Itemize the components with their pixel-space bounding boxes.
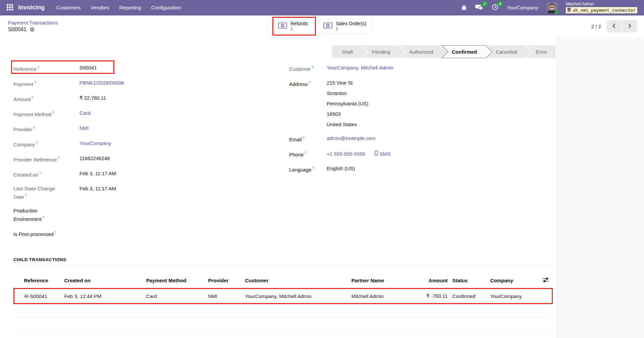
optional-columns-button[interactable] (536, 274, 552, 289)
user-menu[interactable]: Mitchell Admin sh_nmi_payment_connector (566, 2, 637, 13)
column-partner-name[interactable]: Partner Name (352, 274, 422, 289)
messages-badge[interactable]: 7 (482, 1, 488, 7)
help-icon: ? (33, 126, 35, 130)
column-status[interactable]: Status (451, 274, 489, 289)
refunds-label: Refunds (290, 21, 308, 26)
cell-created-on[interactable]: Feb 3, 12:44 PM (64, 289, 146, 304)
cell-reference[interactable]: R-S00041 (14, 289, 64, 304)
refunds-count: 1 (290, 26, 308, 32)
field-amount-label: Amount? (13, 94, 79, 103)
field-reference-value: S00041 (79, 64, 241, 73)
field-customer-label: Customer? (289, 64, 327, 73)
field-last-state-change-label: Last State Change Date? (13, 185, 79, 200)
field-email-value[interactable]: admin@example.com (327, 135, 511, 143)
field-provider-reference-value: 11662246248 (79, 155, 241, 163)
field-language: Language? English (US) (289, 165, 511, 173)
field-amount: Amount? ₹ 22,760.11 (13, 94, 241, 103)
cell-customer[interactable]: YourCompany, Mitchell Admin (245, 289, 352, 304)
debug-bug-icon[interactable] (461, 4, 467, 11)
cell-company[interactable]: YourCompany (489, 289, 536, 304)
help-icon: ? (312, 166, 314, 170)
field-is-post-processed-label: Is Post-processed? (13, 229, 79, 238)
table-row-refund[interactable]: R-S00041 Feb 3, 12:44 PM Card NMI YourCo… (14, 289, 552, 304)
field-production-environment-label: Production Environment? (13, 207, 79, 223)
field-provider-reference: Provider Reference? 11662246248 (13, 155, 241, 163)
app-name[interactable]: Invoicing (18, 4, 45, 11)
help-icon: ? (308, 81, 310, 85)
help-icon: ? (25, 193, 27, 197)
cell-status[interactable]: Confirmed (451, 289, 489, 304)
stat-buttons: 1 Refunds 1 1 Sales Order(s) 1 (274, 18, 373, 34)
field-address-label: Address? (289, 79, 327, 128)
refunds-stat-button[interactable]: 1 Refunds 1 (274, 18, 314, 34)
field-customer-value[interactable]: YourCompany, Mitchell Admin (327, 64, 511, 73)
field-customer: Customer? YourCompany, Mitchell Admin (289, 64, 511, 73)
svg-text:1: 1 (282, 24, 283, 27)
pager-value[interactable]: 2 / 2 (591, 23, 601, 29)
top-navbar: Invoicing Customers Vendors Reporting Co… (0, 0, 644, 15)
apps-menu-button[interactable] (4, 2, 15, 13)
sales-orders-stat-button[interactable]: 1 Sales Order(s) 1 (319, 18, 373, 34)
user-avatar[interactable] (546, 2, 558, 13)
activities-tray: 4 (491, 3, 499, 12)
svg-text:1: 1 (327, 24, 329, 27)
help-icon: ? (303, 136, 305, 140)
menu-reporting[interactable]: Reporting (114, 0, 146, 15)
chevron-left-icon (612, 23, 616, 30)
field-reference: Reference? S00041 (13, 64, 241, 73)
field-payment-value[interactable]: PBNK1/2026/00006 (79, 79, 241, 88)
address-line: United States (327, 121, 511, 128)
field-payment-method-label: Payment Method? (13, 109, 79, 118)
field-company-value[interactable]: YourCompany (79, 140, 241, 148)
empty-row (14, 331, 552, 338)
cell-payment-method[interactable]: Card (146, 289, 208, 304)
database-tag[interactable]: sh_nmi_payment_connector (566, 7, 637, 13)
breadcrumb-parent-link[interactable]: Payment Transactions (8, 20, 58, 26)
empty-row (14, 318, 552, 331)
column-company[interactable]: Company (489, 274, 536, 289)
status-confirmed[interactable]: Confirmed (442, 45, 486, 58)
field-provider-value[interactable]: NMI (79, 125, 241, 133)
field-production-environment-value (79, 207, 241, 223)
help-icon: ? (36, 141, 38, 145)
chevron-right-icon (628, 23, 632, 30)
field-payment-method-value[interactable]: Card (79, 109, 241, 118)
column-created-on[interactable]: Created on (64, 274, 146, 289)
pager-previous-button[interactable] (606, 20, 622, 33)
cell-partner-name[interactable]: Mitchell Admin (352, 289, 422, 304)
field-amount-value: ₹ 22,760.11 (79, 94, 241, 103)
money-bill-icon: 1 (323, 22, 332, 30)
field-phone-value[interactable]: +1 555-555-5555 (327, 150, 365, 157)
column-amount[interactable]: Amount (422, 274, 451, 289)
help-icon: ? (37, 65, 39, 69)
gear-icon[interactable]: ⚙ (30, 27, 35, 32)
column-customer[interactable]: Customer (245, 274, 352, 289)
column-reference[interactable]: Reference (14, 274, 64, 289)
field-created-on: Created on? Feb 3, 11:17 AM (13, 170, 241, 178)
field-phone: Phone? +1 555-555-5555 SMS (289, 150, 511, 158)
menu-configuration[interactable]: Configuration (146, 0, 186, 15)
field-email: Email? admin@example.com (289, 135, 511, 143)
address-line: Scranton (327, 90, 511, 97)
mobile-phone-icon (375, 150, 378, 157)
messages-tray: 7 (475, 4, 483, 12)
child-transactions-table: Reference Created on Payment Method Prov… (13, 274, 553, 338)
online-status-dot (554, 10, 558, 14)
cell-amount[interactable]: ₹ -760.11 (422, 289, 451, 304)
menu-customers[interactable]: Customers (51, 0, 86, 15)
field-company-label: Company? (13, 140, 79, 148)
status-draft[interactable]: Draft (332, 45, 362, 58)
form-sheet: Draft Pending Authorized Confirmed Cance… (0, 37, 558, 338)
cell-provider[interactable]: NMI (208, 289, 245, 304)
field-provider-reference-label: Provider Reference? (13, 155, 79, 163)
column-payment-method[interactable]: Payment Method (146, 274, 208, 289)
sms-button[interactable]: SMS (375, 150, 391, 157)
pager-next-button[interactable] (622, 20, 637, 33)
breadcrumb: Payment Transactions S00041 ⚙ (8, 20, 58, 33)
menu-vendors[interactable]: Vendors (86, 0, 114, 15)
pager: 2 / 2 (591, 20, 637, 33)
activities-badge[interactable]: 4 (497, 1, 503, 7)
sliders-icon (542, 279, 549, 284)
company-switcher[interactable]: YourCompany (507, 5, 539, 10)
column-provider[interactable]: Provider (208, 274, 245, 289)
